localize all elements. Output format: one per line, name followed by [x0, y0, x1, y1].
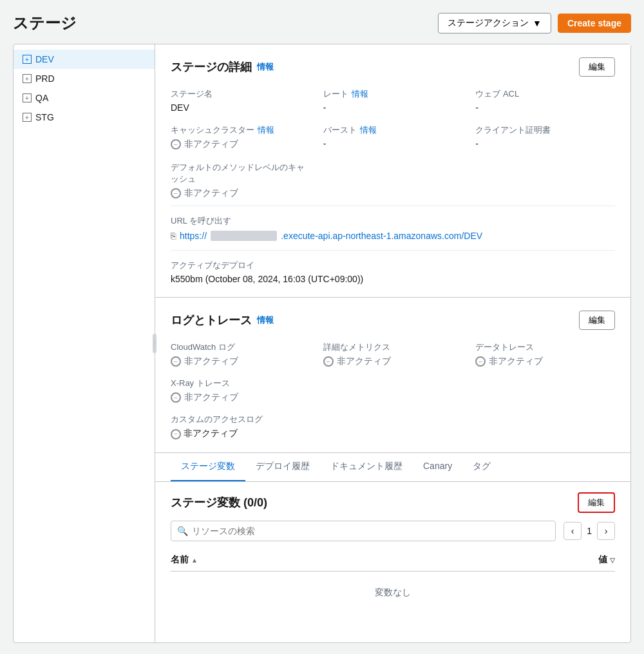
logs-grid: CloudWatch ログ − 非アクティブ 詳細なメトリクス − — [171, 341, 615, 403]
xray-inactive-icon: − — [171, 392, 181, 403]
stage-vars-edit-button[interactable]: 編集 — [578, 492, 615, 513]
rate-field: レート 情報 - — [323, 88, 463, 113]
tab-stage-vars[interactable]: ステージ変数 — [171, 453, 245, 481]
default-method-inactive-icon: − — [171, 188, 181, 198]
cache-cluster-label: キャッシュクラスター 情報 — [171, 124, 310, 136]
search-icon: 🔍 — [177, 526, 188, 536]
cloudwatch-inactive-icon: − — [171, 356, 181, 367]
cloudwatch-value: − 非アクティブ — [171, 356, 310, 367]
stage-action-button[interactable]: ステージアクション ▼ — [438, 13, 551, 34]
tab-canary[interactable]: Canary — [413, 453, 462, 481]
data-trace-field: データトレース − 非アクティブ — [475, 341, 615, 367]
burst-label: バースト 情報 — [323, 124, 463, 136]
pagination-current: 1 — [587, 526, 592, 536]
stage-details-panel: ステージの詳細 情報 編集 ステージ名 DEV — [155, 44, 630, 298]
cache-cluster-field: キャッシュクラスター 情報 − 非アクティブ — [171, 124, 310, 150]
rate-value: - — [323, 102, 463, 113]
sidebar-item-stg[interactable]: + STG — [14, 108, 155, 127]
detailed-metrics-label: 詳細なメトリクス — [323, 341, 463, 353]
cache-cluster-inactive-icon: − — [171, 139, 181, 149]
sidebar-item-prd[interactable]: + PRD — [14, 69, 155, 88]
rate-info-link[interactable]: 情報 — [352, 88, 368, 100]
cloudwatch-label: CloudWatch ログ — [171, 341, 310, 353]
stage-name-label: ステージ名 — [171, 88, 310, 100]
rate-label: レート 情報 — [323, 88, 463, 100]
chevron-down-icon: ▼ — [533, 18, 542, 28]
logs-traces-edit-button[interactable]: 編集 — [579, 311, 615, 330]
copy-icon[interactable]: ⎘ — [171, 231, 176, 241]
detailed-metrics-value: − 非アクティブ — [323, 356, 463, 367]
url-prefix: https:// — [180, 231, 207, 241]
logs-traces-header: ログとトレース 情報 編集 — [171, 311, 615, 330]
tab-deploy-history[interactable]: デプロイ履歴 — [245, 453, 320, 481]
expand-icon-stg: + — [23, 113, 32, 122]
stage-details-title: ステージの詳細 情報 — [171, 59, 274, 75]
table-header: 名前 ▲ 値 ▽ — [171, 549, 615, 572]
stage-details-info-link[interactable]: 情報 — [257, 61, 274, 73]
default-method-field: デフォルトのメソッドレベルのキャッシュ − 非アクティブ — [171, 162, 310, 199]
data-trace-value: − 非アクティブ — [475, 356, 615, 367]
stage-vars-header: ステージ変数 (0/0) 編集 — [171, 492, 615, 513]
col-value-header: 値 ▽ — [393, 554, 615, 566]
sidebar-item-label-qa: QA — [35, 93, 48, 103]
stage-name-value: DEV — [171, 102, 310, 113]
client-cert-field: クライアント証明書 - — [475, 124, 615, 150]
create-stage-button[interactable]: Create stage — [558, 14, 631, 33]
url-masked: ██████████ — [211, 231, 277, 241]
default-method-value: − 非アクティブ — [171, 188, 310, 199]
burst-field: バースト 情報 - — [323, 124, 463, 150]
web-acl-label: ウェブ ACL — [475, 88, 615, 100]
web-acl-field: ウェブ ACL - — [475, 88, 615, 113]
pagination-next-button[interactable]: › — [597, 522, 615, 540]
deploy-section: アクティブなデプロイ k550bm (October 08, 2024, 16:… — [171, 250, 615, 284]
main-layout: + DEV + PRD + QA + STG ⋮ ス — [13, 44, 631, 643]
stage-action-label: ステージアクション — [448, 17, 529, 29]
stage-name-field: ステージ名 DEV — [171, 88, 310, 113]
data-trace-inactive-icon: − — [475, 356, 486, 367]
pagination-prev-button[interactable]: ‹ — [564, 522, 582, 540]
tab-doc-history[interactable]: ドキュメント履歴 — [320, 453, 413, 481]
logs-traces-panel: ログとトレース 情報 編集 CloudWatch ログ − 非アクティブ — [155, 298, 630, 453]
client-cert-label: クライアント証明書 — [475, 124, 615, 136]
cache-cluster-info-link[interactable]: 情報 — [258, 124, 274, 136]
default-method-label: デフォルトのメソッドレベルのキャッシュ — [171, 162, 310, 185]
stage-vars-title: ステージ変数 (0/0) — [171, 495, 267, 510]
sort-name-icon[interactable]: ▲ — [191, 557, 198, 564]
sidebar-item-label-stg: STG — [35, 112, 54, 122]
expand-icon-prd: + — [23, 74, 32, 83]
search-row: 🔍 ‹ 1 › — [171, 521, 615, 541]
custom-access-inactive-icon: − — [171, 429, 181, 439]
url-suffix: .execute-api.ap-northeast-1.amazonaws.co… — [281, 231, 482, 241]
custom-access-value: − 非アクティブ — [171, 428, 615, 439]
logs-traces-info-link[interactable]: 情報 — [257, 314, 274, 326]
sidebar-item-dev[interactable]: + DEV — [14, 50, 155, 69]
client-cert-value: - — [475, 139, 615, 149]
tabs-list: ステージ変数 デプロイ履歴 ドキュメント履歴 Canary タグ — [171, 453, 615, 481]
web-acl-value: - — [475, 102, 615, 113]
sidebar: + DEV + PRD + QA + STG ⋮ — [14, 44, 155, 642]
deploy-label: アクティブなデプロイ — [171, 260, 615, 271]
tabs-section: ステージ変数 デプロイ履歴 ドキュメント履歴 Canary タグ — [155, 453, 630, 482]
logs-traces-title: ログとトレース 情報 — [171, 313, 274, 328]
empty-message: 変数なし — [171, 572, 615, 614]
cache-cluster-value: − 非アクティブ — [171, 139, 310, 150]
url-value: ⎘ https://██████████.execute-api.ap-nort… — [171, 231, 615, 241]
sidebar-item-label-dev: DEV — [35, 54, 54, 64]
stage-details-edit-button[interactable]: 編集 — [579, 57, 615, 77]
sort-value-icon[interactable]: ▽ — [610, 557, 615, 564]
sidebar-resize-handle[interactable]: ⋮ — [153, 334, 156, 353]
search-input[interactable] — [171, 521, 556, 541]
burst-value: - — [323, 139, 463, 149]
tab-tags[interactable]: タグ — [462, 453, 501, 481]
page-header: ステージ ステージアクション ▼ Create stage — [13, 13, 631, 34]
cloudwatch-field: CloudWatch ログ − 非アクティブ — [171, 341, 310, 367]
detailed-metrics-inactive-icon: − — [323, 356, 334, 367]
xray-field: X-Ray トレース − 非アクティブ — [171, 378, 310, 403]
url-section: URL を呼び出す ⎘ https://██████████.execute-a… — [171, 206, 615, 241]
custom-access-label: カスタムのアクセスログ — [171, 414, 615, 425]
sidebar-item-qa[interactable]: + QA — [14, 88, 155, 108]
expand-icon-dev: + — [23, 55, 32, 64]
burst-info-link[interactable]: 情報 — [360, 124, 377, 136]
search-box: 🔍 — [171, 521, 556, 541]
deploy-value: k550bm (October 08, 2024, 16:03 (UTC+09:… — [171, 274, 615, 284]
